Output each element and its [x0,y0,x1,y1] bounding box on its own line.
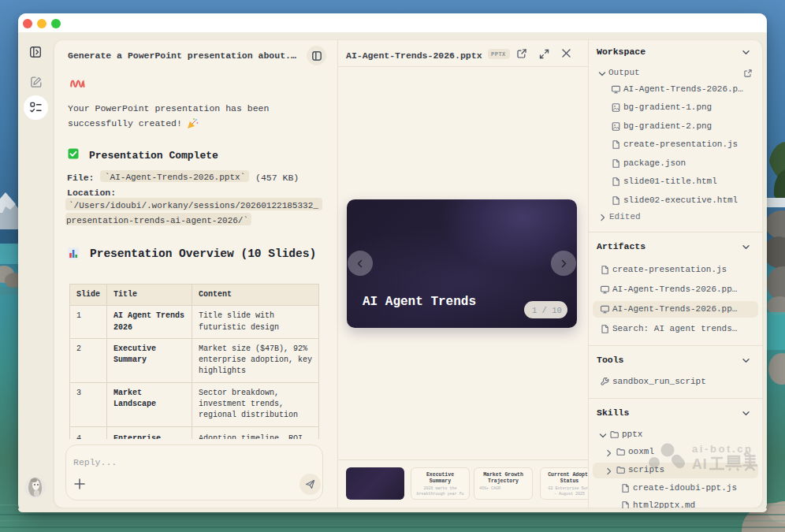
svg-text:ai-bot.cn: ai-bot.cn [692,443,753,455]
svg-text:AI: AI [692,456,708,472]
